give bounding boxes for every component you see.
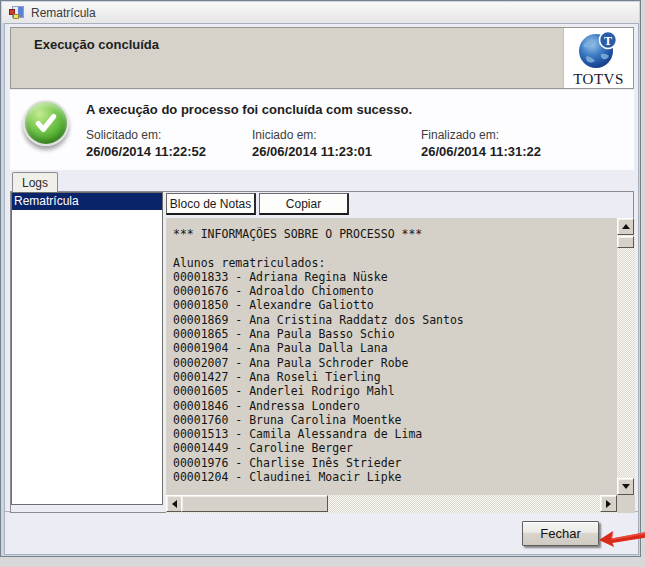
vertical-scroll-thumb[interactable] — [617, 236, 634, 248]
logs-panel: Rematrícula Bloco de Notas Copiar *** IN… — [10, 191, 634, 513]
iniciado-label: Iniciado em: — [252, 128, 372, 142]
solicitado-value: 26/06/2014 11:22:52 — [86, 144, 206, 159]
solicitado-field: Solicitado em: 26/06/2014 11:22:52 — [86, 128, 206, 159]
scrollbar-corner — [617, 495, 635, 513]
right-arrow-icon — [606, 500, 611, 508]
success-check-icon — [23, 100, 69, 146]
scroll-up-button[interactable] — [617, 218, 634, 235]
log-text-area[interactable]: *** INFORMAÇÕES SOBRE O PROCESSO *** Alu… — [166, 218, 635, 513]
header-title: Execução concluída — [34, 37, 159, 52]
title-bar: Rematrícula — [2, 2, 639, 23]
client-area: Execução concluída T TOTVS — [4, 23, 639, 555]
totvs-logo-text: TOTVS — [573, 71, 624, 88]
solicitado-label: Solicitado em: — [86, 128, 206, 142]
status-panel: A execução do processo foi concluída com… — [10, 90, 634, 170]
annotation-arrow-icon — [598, 523, 645, 549]
list-item-rematricula[interactable]: Rematrícula — [12, 193, 162, 210]
down-arrow-icon — [622, 484, 630, 489]
fechar-button[interactable]: Fechar — [522, 521, 599, 546]
header-panel: Execução concluída T TOTVS — [10, 27, 634, 89]
up-arrow-icon — [622, 224, 630, 229]
footer-bar: Fechar — [5, 511, 638, 554]
horizontal-scrollbar[interactable] — [166, 495, 617, 513]
finalizado-value: 26/06/2014 11:31:22 — [421, 144, 541, 159]
horizontal-scroll-thumb[interactable] — [181, 495, 328, 512]
status-message: A execução do processo foi concluída com… — [86, 102, 412, 117]
window-title: Rematrícula — [31, 6, 96, 20]
scroll-down-button[interactable] — [617, 478, 634, 495]
log-source-list[interactable]: Rematrícula — [11, 192, 163, 505]
finalizado-label: Finalizado em: — [421, 128, 541, 142]
winforms-app-icon — [9, 5, 25, 20]
totvs-logo: T TOTVS — [563, 28, 633, 88]
finalizado-field: Finalizado em: 26/06/2014 11:31:22 — [421, 128, 541, 159]
vertical-scrollbar[interactable] — [617, 218, 635, 495]
copiar-button[interactable]: Copiar — [259, 193, 349, 215]
tab-logs[interactable]: Logs — [12, 172, 58, 192]
scroll-right-button[interactable] — [600, 495, 617, 512]
dialog-window: Rematrícula Execução concluída T — [0, 0, 641, 557]
globe-letter: T — [603, 34, 611, 48]
left-arrow-icon — [172, 500, 177, 508]
iniciado-field: Iniciado em: 26/06/2014 11:23:01 — [252, 128, 372, 159]
totvs-globe-icon: T — [577, 31, 621, 71]
bloco-de-notas-button[interactable]: Bloco de Notas — [166, 193, 256, 215]
log-text: *** INFORMAÇÕES SOBRE O PROCESSO *** Alu… — [173, 227, 613, 484]
iniciado-value: 26/06/2014 11:23:01 — [252, 144, 372, 159]
